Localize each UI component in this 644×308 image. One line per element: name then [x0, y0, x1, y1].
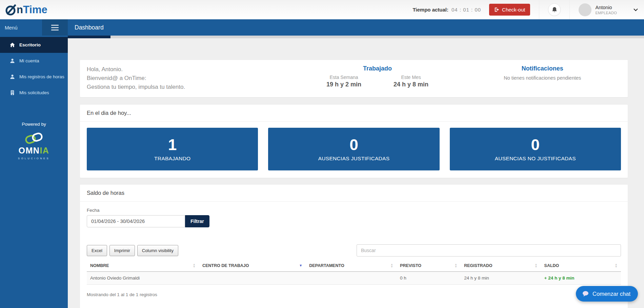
stat-card-ausencias-justificadas[interactable]: 0 AUSENCIAS JUSTIFICADAS [268, 128, 439, 170]
table-header-row: NOMBRE ▲▼ CENTRO DE TRABAJO ▼ DEPARTAMEN… [87, 260, 621, 272]
fecha-range-input[interactable] [87, 215, 185, 227]
cell-departamento [306, 272, 397, 285]
column-header-registrado[interactable]: REGISTRADO ▲▼ [461, 260, 541, 272]
user-menu[interactable]: Antonio EMPLEADO [569, 0, 644, 19]
sort-icon: ▲▼ [193, 263, 196, 268]
ontime-logo-icon [5, 3, 18, 16]
trabajado-month: Este Mes 24 h y 8 min [394, 75, 428, 88]
saldo-panel: Saldo de horas Fecha Filtrar Excel Impri… [80, 185, 628, 308]
sidebar-item-mi-cuenta[interactable]: Mi cuenta [0, 53, 68, 69]
stat-card-trabajando[interactable]: 1 TRABAJANDO [87, 128, 258, 170]
avatar [579, 3, 591, 16]
table-row: Antonio Oviedo Grimaldi 0 h 24 h y 8 min… [87, 272, 621, 285]
powered-by-label: Powered by [0, 122, 68, 127]
hamburger-icon [51, 25, 59, 26]
today-panel-title: En el dia de hoy... [80, 105, 628, 122]
notifications-title: Notificaciones [464, 65, 621, 72]
cell-previsto: 0 h [397, 272, 461, 285]
ontime-logo: nTime [0, 3, 47, 16]
sort-icon: ▲▼ [455, 263, 457, 268]
checkout-button[interactable]: Check-out [489, 4, 530, 16]
notifications-bell-button[interactable] [548, 3, 561, 16]
welcome-text: Hola, Antonio. Bienvenid@ a OnTime: Gest… [87, 65, 291, 91]
column-header-previsto[interactable]: PREVISTO ▲▼ [397, 260, 461, 272]
trabajado-title: Trabajado [291, 65, 464, 72]
building-icon [10, 90, 15, 95]
sidebar-item-mis-solicitudes[interactable]: Mis solicitudes [0, 85, 68, 101]
sidebar-menu-bar: Menú [0, 19, 68, 36]
column-header-departamento[interactable]: DEPARTAMENTO ▲▼ [306, 260, 397, 272]
sidebar-item-escritorio[interactable]: Escritorio [0, 37, 68, 53]
exit-icon [494, 7, 499, 12]
omnia-subtitle: SOLUCIONES [0, 157, 68, 160]
search-input[interactable] [357, 244, 621, 256]
tab-strip [68, 36, 644, 38]
brand-text: nTime [17, 4, 47, 16]
sidebar-nav: Escritorio Mi cuenta Mis registros de ho… [0, 36, 68, 101]
active-tab-underline [68, 36, 110, 38]
column-visibility-button[interactable]: Column visibility [137, 245, 178, 256]
stat-card-ausencias-no-justificadas[interactable]: 0 AUSENCIAS NO JUSTIFICADAS [450, 128, 621, 170]
menu-label: Menú [0, 25, 18, 30]
user-role: EMPLEADO [595, 11, 617, 15]
filtrar-button[interactable]: Filtrar [185, 215, 209, 227]
cell-registrado: 24 h y 8 min [461, 272, 541, 285]
omnia-logo: OMNIA SOLUCIONES [0, 132, 68, 160]
current-time-label: Tiempo actual: [412, 7, 448, 13]
notifications-message: No tienes notificaciones pendientes [464, 75, 621, 81]
notifications-section [539, 0, 569, 19]
imprimir-button[interactable]: Imprimir [109, 245, 135, 256]
sort-icon: ▲▼ [535, 263, 537, 268]
main-content: Hola, Antonio. Bienvenid@ a OnTime: Gest… [68, 38, 644, 308]
omnia-logo-icon [21, 132, 46, 144]
user-icon [10, 74, 15, 79]
saldo-table: NOMBRE ▲▼ CENTRO DE TRABAJO ▼ DEPARTAMEN… [87, 260, 621, 285]
trabajado-summary: Trabajado Esta Semana 19 h y 2 min Este … [291, 65, 464, 88]
app: nTime Tiempo actual: 04 : 01 : 00 Check-… [0, 0, 644, 308]
sort-desc-icon: ▼ [299, 264, 302, 267]
user-icon [10, 58, 15, 63]
table-records-info: Mostrando del 1 al 1 de 1 registros [87, 292, 621, 297]
notifications-summary: Notificaciones No tienes notificaciones … [464, 65, 621, 81]
fecha-label: Fecha [87, 208, 621, 213]
hamburger-menu-button[interactable] [42, 19, 68, 36]
sort-icon: ▲▼ [615, 263, 618, 268]
current-time-value: 04 : 01 : 00 [451, 7, 481, 13]
column-header-centro-de-trabajo[interactable]: CENTRO DE TRABAJO ▼ [199, 260, 306, 272]
saldo-panel-title: Saldo de horas [80, 185, 628, 202]
sort-icon: ▲▼ [390, 263, 393, 268]
column-header-saldo[interactable]: SALDO ▲▼ [541, 260, 621, 272]
cell-centro [199, 272, 306, 285]
omnia-name: OMNIA [0, 146, 68, 155]
column-header-nombre[interactable]: NOMBRE ▲▼ [87, 260, 199, 272]
sidebar-item-mis-registros-de-horas[interactable]: Mis registros de horas [0, 69, 68, 85]
trabajado-week: Esta Semana 19 h y 2 min [326, 75, 361, 88]
chat-bubble-icon [582, 291, 589, 297]
top-header: nTime Tiempo actual: 04 : 01 : 00 Check-… [0, 0, 644, 19]
cell-nombre: Antonio Oviedo Grimaldi [87, 272, 199, 285]
home-icon [10, 42, 15, 47]
header-right: Tiempo actual: 04 : 01 : 00 Check-out [412, 0, 644, 19]
tab-dashboard[interactable]: Dashboard [68, 19, 110, 36]
welcome-panel: Hola, Antonio. Bienvenid@ a OnTime: Gest… [80, 60, 628, 97]
user-info: Antonio EMPLEADO [595, 5, 617, 15]
today-panel: En el dia de hoy... 1 TRABAJANDO 0 AUSEN… [80, 105, 628, 178]
bell-icon [552, 7, 557, 13]
excel-button[interactable]: Excel [87, 245, 107, 256]
chevron-down-icon [633, 8, 638, 11]
user-name: Antonio [595, 5, 617, 10]
tab-bar: Dashboard [68, 19, 644, 36]
cell-saldo: + 24 h y 8 min [541, 272, 621, 285]
sidebar: Escritorio Mi cuenta Mis registros de ho… [0, 36, 68, 308]
start-chat-button[interactable]: Comenzar chat [576, 286, 638, 302]
